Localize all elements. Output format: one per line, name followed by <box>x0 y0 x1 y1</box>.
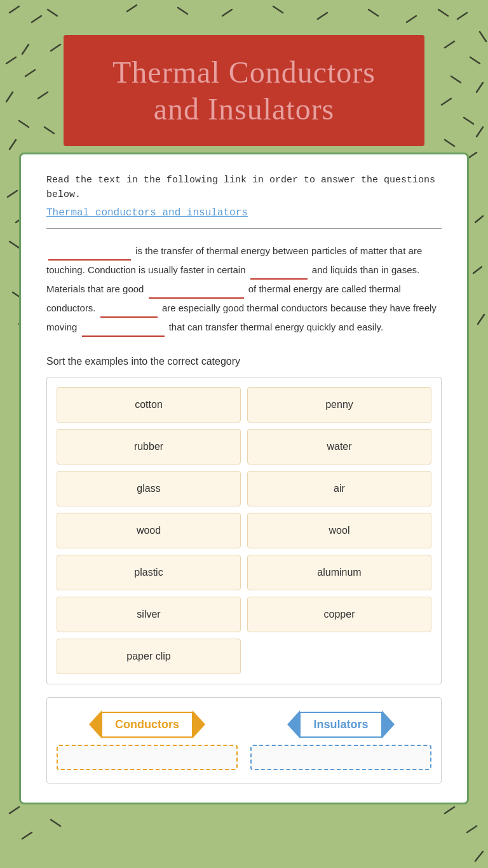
svg-line-30 <box>369 10 378 16</box>
conductors-arrow-right <box>193 710 205 738</box>
blank-3[interactable] <box>149 297 244 299</box>
svg-line-14 <box>458 13 467 19</box>
blank-4[interactable] <box>100 316 158 318</box>
sort-item-aluminum[interactable]: aluminum <box>247 555 431 590</box>
blank-1[interactable] <box>48 259 131 261</box>
svg-line-29 <box>318 13 327 19</box>
divider <box>46 228 442 229</box>
svg-line-31 <box>407 16 416 22</box>
sort-item-water[interactable]: water <box>247 429 431 465</box>
insulators-category: Insulators <box>250 710 431 770</box>
sort-item-air[interactable]: air <box>247 471 431 506</box>
article-link[interactable]: Thermal conductors and insulators <box>46 207 442 219</box>
conductors-drop-area[interactable] <box>57 745 238 770</box>
sort-item-glass[interactable]: glass <box>57 471 241 506</box>
insulators-drop-area[interactable] <box>250 745 431 770</box>
svg-line-1 <box>32 16 41 22</box>
sort-item-penny[interactable]: penny <box>247 387 431 423</box>
sort-item-rubber[interactable]: rubber <box>57 429 241 465</box>
svg-line-25 <box>127 5 137 11</box>
insulators-label: Insulators <box>299 712 382 738</box>
page-header: Thermal Conductors and Insulators <box>64 35 424 146</box>
svg-line-47 <box>445 807 454 813</box>
conductors-category: Conductors <box>57 710 238 770</box>
fill-paragraph: is the transfer of thermal energy betwee… <box>46 241 442 337</box>
sort-instruction: Sort the examples into the correct categ… <box>46 356 442 367</box>
svg-line-13 <box>438 10 448 16</box>
insulators-arrow-left <box>287 710 300 738</box>
conductors-label: Conductors <box>101 712 193 738</box>
page-title: Thermal Conductors and Insulators <box>89 54 399 127</box>
conductors-arrow-left <box>89 710 102 738</box>
blank-5[interactable] <box>82 336 165 337</box>
sort-item-cotton[interactable]: cotton <box>57 387 241 423</box>
instruction-text: Read the text in the following link in o… <box>46 173 442 202</box>
svg-line-44 <box>10 807 19 813</box>
svg-line-45 <box>22 832 32 839</box>
insulators-label-wrapper: Insulators <box>250 710 431 738</box>
sort-item-copper[interactable]: copper <box>247 597 431 632</box>
svg-line-48 <box>467 826 477 832</box>
conductors-label-wrapper: Conductors <box>57 710 238 738</box>
insulators-arrow-right <box>382 710 395 738</box>
svg-line-49 <box>475 851 483 861</box>
sort-item-plastic[interactable]: plastic <box>57 555 241 590</box>
svg-line-27 <box>222 10 232 16</box>
svg-line-0 <box>10 6 19 13</box>
blank-2[interactable] <box>250 278 308 280</box>
main-card: Read the text in the following link in o… <box>19 153 469 804</box>
sort-grid: cotton penny rubber water glass air wood… <box>57 387 431 674</box>
categories-section: Conductors Insulators <box>46 697 442 783</box>
sort-item-silver[interactable]: silver <box>57 597 241 632</box>
svg-line-26 <box>178 8 187 14</box>
sort-item-wool[interactable]: wool <box>247 513 431 548</box>
svg-line-46 <box>51 820 60 826</box>
sort-item-wood[interactable]: wood <box>57 513 241 548</box>
svg-line-3 <box>48 10 57 16</box>
sort-grid-container: cotton penny rubber water glass air wood… <box>46 377 442 684</box>
sort-item-paperclip[interactable]: paper clip <box>57 639 241 674</box>
svg-line-28 <box>273 6 283 13</box>
